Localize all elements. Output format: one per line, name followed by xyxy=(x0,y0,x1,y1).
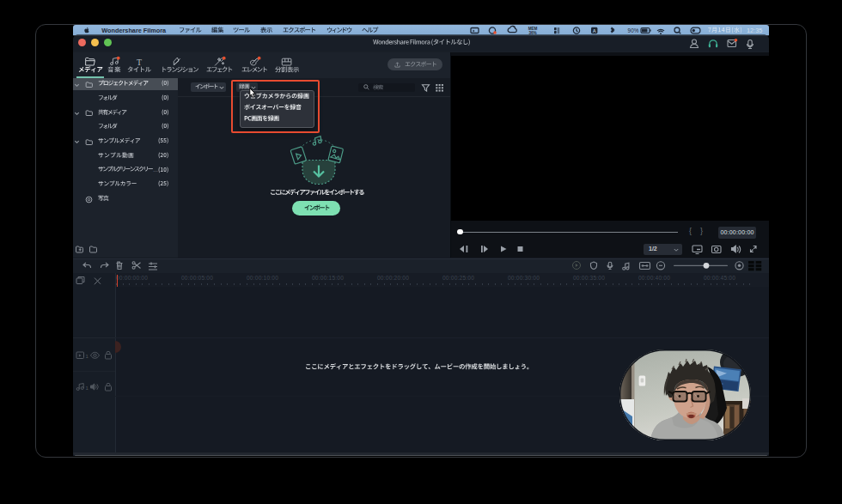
svg-text:90%: 90% xyxy=(628,27,639,33)
svg-text:1: 1 xyxy=(86,386,89,391)
svg-text:A: A xyxy=(593,28,596,33)
svg-text:1: 1 xyxy=(86,354,89,359)
